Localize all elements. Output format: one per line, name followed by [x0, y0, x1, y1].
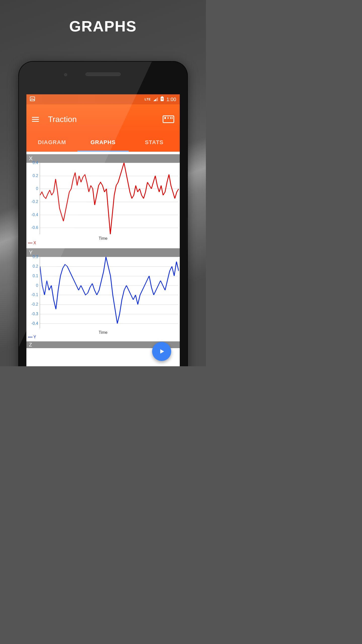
- y-tick-label: -0.4: [31, 321, 38, 326]
- legend-label: Y: [33, 335, 36, 339]
- legend-label: X: [33, 241, 36, 245]
- page-heading: GRAPHS: [0, 18, 206, 35]
- svg-marker-2: [153, 99, 156, 101]
- play-icon: [158, 348, 165, 355]
- tab-graphs[interactable]: GRAPHS: [77, 134, 128, 152]
- svg-marker-6: [160, 349, 164, 353]
- chart-x-plot: [40, 163, 179, 234]
- y-tick-label: 0.1: [33, 274, 38, 278]
- y-tick-label: 0: [36, 186, 38, 191]
- y-tick-label: -0.2: [31, 302, 38, 307]
- image-icon: [30, 97, 35, 102]
- chart-x: X 0.40.20-0.2-0.4-0.6 Time X: [26, 154, 180, 246]
- tab-label: STATS: [145, 139, 163, 146]
- network-label: LTE: [145, 98, 151, 101]
- tab-label: GRAPHS: [90, 139, 116, 146]
- y-tick-label: -0.6: [31, 225, 38, 230]
- svg-rect-4: [161, 96, 163, 97]
- chart-y-xlabel: Time: [26, 330, 180, 335]
- chart-x-header: X: [26, 154, 180, 163]
- tab-stats[interactable]: STATS: [129, 134, 180, 152]
- chart-x-y-axis: 0.40.20-0.2-0.4-0.6: [26, 163, 40, 234]
- tab-bar: DIAGRAM GRAPHS STATS: [26, 134, 180, 152]
- tab-label: DIAGRAM: [38, 139, 66, 146]
- app-bar: Traction: [26, 104, 180, 134]
- chart-y: Y 0.30.20.10-0.1-0.2-0.3-0.4 Time Y: [26, 248, 180, 340]
- y-tick-label: 0.2: [33, 174, 38, 178]
- app-title: Traction: [48, 115, 77, 124]
- chart-y-body: 0.30.20.10-0.1-0.2-0.3-0.4 Time Y: [26, 257, 180, 340]
- ruler-icon[interactable]: [163, 115, 174, 123]
- battery-charging-icon: [160, 96, 164, 103]
- y-tick-label: 0.2: [33, 264, 38, 269]
- chart-x-legend: X: [28, 241, 36, 245]
- phone-frame: LTE 1:00 Traction DIAGRAM GRAPHS STATS: [19, 62, 187, 366]
- menu-icon[interactable]: [32, 116, 39, 123]
- chart-x-body: 0.40.20-0.2-0.4-0.6 Time X: [26, 163, 180, 246]
- graphs-scroll[interactable]: X 0.40.20-0.2-0.4-0.6 Time X Y: [26, 152, 180, 366]
- phone-screen: LTE 1:00 Traction DIAGRAM GRAPHS STATS: [26, 94, 180, 366]
- y-tick-label: -0.2: [31, 199, 38, 204]
- chart-x-xlabel: Time: [26, 236, 180, 241]
- phone-speaker: [85, 72, 121, 76]
- phone-camera-dot: [64, 73, 67, 76]
- y-tick-label: 0.3: [33, 255, 38, 259]
- tab-diagram[interactable]: DIAGRAM: [26, 134, 77, 152]
- signal-icon: [153, 97, 158, 102]
- chart-y-plot: [40, 257, 179, 328]
- legend-line-icon: [28, 243, 32, 243]
- y-tick-label: 0: [36, 283, 38, 288]
- chart-y-header: Y: [26, 248, 180, 257]
- status-bar: LTE 1:00: [26, 94, 180, 104]
- y-tick-label: -0.3: [31, 312, 38, 316]
- clock-label: 1:00: [166, 97, 176, 102]
- legend-line-icon: [28, 337, 32, 337]
- chart-y-legend: Y: [28, 335, 36, 339]
- y-tick-label: -0.4: [31, 213, 38, 217]
- phone-power-button: [187, 218, 187, 250]
- play-button[interactable]: [152, 342, 171, 361]
- y-tick-label: -0.1: [31, 293, 38, 297]
- chart-y-y-axis: 0.30.20.10-0.1-0.2-0.3-0.4: [26, 257, 40, 328]
- y-tick-label: 0.4: [33, 160, 38, 165]
